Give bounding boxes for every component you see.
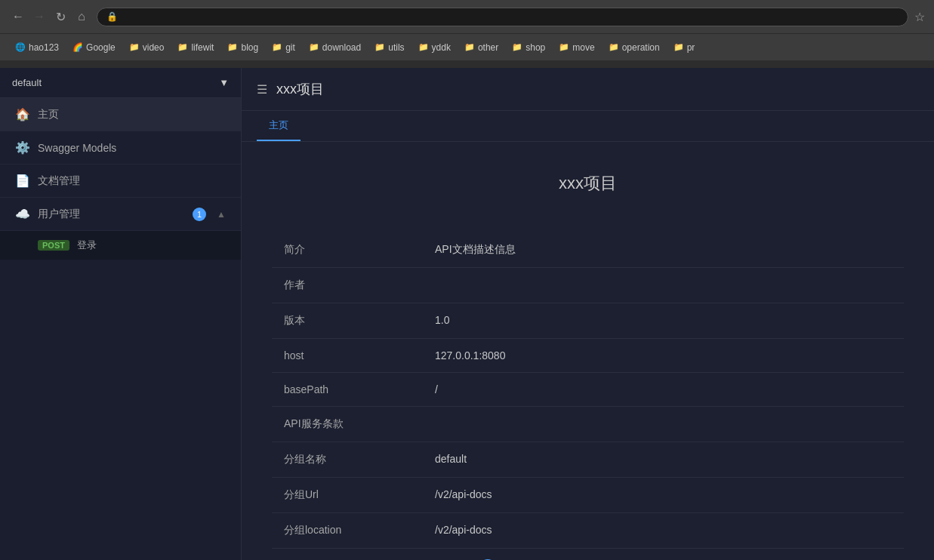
- info-value-cell: POST1: [423, 549, 904, 561]
- tab-home[interactable]: 主页: [257, 111, 301, 141]
- info-key: 分组名称: [272, 442, 423, 478]
- bookmark-label: video: [143, 42, 165, 53]
- sidebar-item-home[interactable]: 🏠 主页: [0, 98, 241, 131]
- sidebar-dropdown[interactable]: default ▼: [12, 77, 229, 88]
- bookmark-folder-icon: 📁: [418, 42, 429, 52]
- bookmark-item-shop[interactable]: 📁shop: [506, 40, 551, 55]
- sub-nav-item-login[interactable]: POST 登录: [0, 231, 241, 260]
- info-key: 分组location: [272, 513, 423, 549]
- nav-label-docs: 文档管理: [38, 174, 80, 188]
- info-table: 简介 API文档描述信息 作者 版本 1.0 host 127.0.0.1:80…: [272, 232, 904, 560]
- bookmark-item-lifewit[interactable]: 📁lifewit: [171, 40, 220, 55]
- info-value-cell: 1.0: [423, 303, 904, 339]
- nav-label-users: 用户管理: [38, 208, 80, 221]
- info-key: basePath: [272, 373, 423, 407]
- sidebar-header: default ▼: [0, 68, 241, 98]
- bookmark-label: pr: [687, 42, 695, 53]
- bookmark-folder-icon: 📁: [609, 42, 619, 52]
- info-value: /v2/api-docs: [435, 488, 492, 500]
- info-row: API服务条款: [272, 407, 904, 442]
- bookmark-folder-icon: 📁: [375, 42, 385, 52]
- info-key: 版本: [272, 303, 423, 339]
- bookmark-folder-icon: 📁: [674, 42, 684, 52]
- info-row: basePath /: [272, 373, 904, 407]
- bookmark-folder-icon: 🌐: [15, 42, 26, 52]
- info-value-cell: API文档描述信息: [423, 232, 904, 268]
- info-value: /v2/api-docs: [435, 524, 492, 536]
- bookmark-item-other[interactable]: 📁other: [458, 40, 504, 55]
- info-key: API服务条款: [272, 407, 423, 442]
- bookmark-folder-icon: 📁: [129, 42, 140, 52]
- app-container: default ▼ 🏠 主页 ⚙️ Swagger Models 📄 文档管理 …: [0, 68, 934, 560]
- bookmark-label: operation: [622, 42, 660, 53]
- info-value-cell: /v2/api-docs: [423, 513, 904, 549]
- info-value: API文档描述信息: [435, 243, 516, 255]
- url-input[interactable]: 127.0.0.1:8080/doc.html#/home: [122, 11, 899, 23]
- bookmark-item-google[interactable]: 🌈Google: [66, 40, 122, 55]
- info-key: 作者: [272, 268, 423, 303]
- browser-toolbar: ← → ↻ ⌂ 🔒 127.0.0.1:8080/doc.html#/home …: [0, 0, 934, 33]
- chevron-down-icon: ▼: [219, 77, 229, 88]
- bookmark-item-hao123[interactable]: 🌐hao123: [9, 40, 65, 55]
- sub-nav-label: 登录: [77, 238, 97, 252]
- bookmark-item-operation[interactable]: 📁operation: [603, 40, 666, 55]
- hamburger-icon[interactable]: ☰: [257, 82, 267, 97]
- bookmark-label: Google: [86, 42, 116, 53]
- bookmark-item-move[interactable]: 📁move: [553, 40, 600, 55]
- method-badge: POST: [38, 240, 69, 251]
- bookmarks-bar: 🌐hao123🌈Google📁video📁lifewit📁blog📁git📁do…: [0, 33, 934, 60]
- info-value: 127.0.0.1:8080: [435, 349, 505, 362]
- sidebar-item-users[interactable]: ☁️ 用户管理 1 ▲: [0, 198, 241, 231]
- expand-icon: ▲: [217, 209, 226, 220]
- info-value-cell: 127.0.0.1:8080: [423, 339, 904, 373]
- bookmark-label: download: [322, 42, 361, 53]
- info-row: 作者: [272, 268, 904, 303]
- sidebar-item-docs[interactable]: 📄 文档管理: [0, 165, 241, 198]
- bookmark-item-git[interactable]: 📁git: [266, 40, 301, 55]
- info-key: 接口统计信息: [272, 549, 423, 561]
- lock-icon: 🔒: [106, 11, 118, 22]
- sidebar: default ▼ 🏠 主页 ⚙️ Swagger Models 📄 文档管理 …: [0, 68, 242, 560]
- bookmark-label: move: [572, 42, 594, 53]
- info-row: 版本 1.0: [272, 303, 904, 339]
- forward-button[interactable]: →: [30, 8, 48, 26]
- main-content: ☰ xxx项目 主页 xxx项目 简介 API文档描述信息 作者 版本 1.0 …: [242, 68, 934, 560]
- info-row: 分组location /v2/api-docs: [272, 513, 904, 549]
- bookmark-folder-icon: 📁: [272, 42, 282, 52]
- nav-icon-swagger: ⚙️: [15, 140, 30, 155]
- back-button[interactable]: ←: [9, 8, 27, 26]
- bookmark-item-utils[interactable]: 📁utils: [368, 40, 410, 55]
- bookmark-label: other: [478, 42, 498, 53]
- bookmark-star-button[interactable]: ☆: [914, 10, 925, 24]
- nav-buttons: ← → ↻ ⌂: [9, 8, 91, 26]
- info-row: 分组Url /v2/api-docs: [272, 478, 904, 513]
- browser-chrome: ← → ↻ ⌂ 🔒 127.0.0.1:8080/doc.html#/home …: [0, 0, 934, 68]
- nav-label-swagger: Swagger Models: [38, 142, 116, 154]
- bookmark-item-blog[interactable]: 📁blog: [221, 40, 264, 55]
- info-row: 分组名称 default: [272, 442, 904, 478]
- bookmark-folder-icon: 🌈: [72, 42, 83, 52]
- bookmark-item-pr[interactable]: 📁pr: [667, 40, 701, 55]
- reload-button[interactable]: ↻: [51, 8, 69, 26]
- nav-badge: 1: [193, 208, 206, 221]
- sidebar-item-swagger[interactable]: ⚙️ Swagger Models: [0, 131, 241, 165]
- info-value-cell: [423, 268, 904, 303]
- bookmark-label: utils: [388, 42, 404, 53]
- bookmark-item-yddk[interactable]: 📁yddk: [412, 40, 457, 55]
- sidebar-select-label: default: [12, 77, 42, 88]
- nav-icon-docs: 📄: [15, 174, 30, 188]
- main-header: ☰ xxx项目: [242, 68, 934, 111]
- home-button[interactable]: ⌂: [72, 8, 91, 26]
- bookmark-label: blog: [241, 42, 258, 53]
- bookmark-item-download[interactable]: 📁download: [303, 40, 367, 55]
- info-key: 分组Url: [272, 478, 423, 513]
- bookmark-folder-icon: 📁: [177, 42, 188, 52]
- nav-icon-home: 🏠: [15, 107, 30, 122]
- bookmark-folder-icon: 📁: [464, 42, 475, 52]
- tabs-bar: 主页: [242, 111, 934, 142]
- bookmark-item-video[interactable]: 📁video: [123, 40, 171, 55]
- content-body: xxx项目 简介 API文档描述信息 作者 版本 1.0 host 127.0.…: [242, 142, 934, 560]
- info-row: host 127.0.0.1:8080: [272, 339, 904, 373]
- address-bar[interactable]: 🔒 127.0.0.1:8080/doc.html#/home: [97, 8, 908, 26]
- bookmark-label: hao123: [29, 42, 59, 53]
